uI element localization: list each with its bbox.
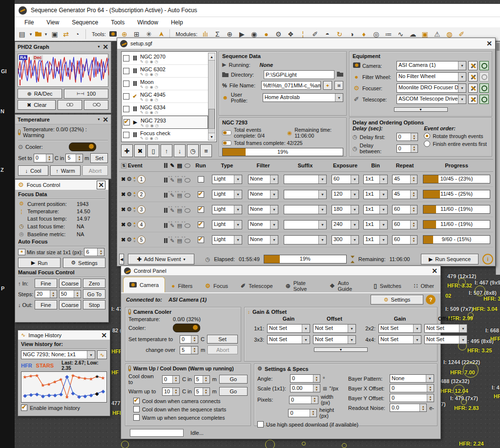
gain-dropdown[interactable]: Not Set▼: [267, 335, 310, 344]
target-schedule-button[interactable]: ◷: [187, 144, 199, 157]
new-sequence-icon[interactable]: ▤: [18, 29, 26, 39]
event-script-icon[interactable]: ✎: [170, 177, 174, 183]
event-settings-icon[interactable]: ⚙: [126, 206, 132, 213]
collapse-left-button[interactable]: ◀: [119, 254, 124, 265]
run-checkbox[interactable]: [198, 222, 204, 228]
repeat-spinner[interactable]: 60▲▼: [392, 205, 417, 214]
target-checkbox[interactable]: [123, 132, 129, 138]
filename-options-button[interactable]: ⊞: [334, 81, 343, 90]
repeat-spinner[interactable]: 45▲▼: [392, 175, 417, 184]
warm-up-spinner[interactable]: 10▲▼: [162, 387, 180, 396]
cooler-temp-spinner[interactable]: 0▲▼: [34, 154, 53, 163]
filter-dropdown[interactable]: None▼: [248, 175, 278, 184]
equipment-settings-icon[interactable]: [468, 83, 478, 93]
calculator-icon[interactable]: ▧: [323, 386, 327, 391]
event-comment-icon[interactable]: [185, 224, 190, 228]
rotate-events-radio[interactable]: [424, 133, 430, 139]
bin-dropdown[interactable]: 1x1▼: [363, 175, 388, 184]
suffix-dropdown[interactable]: ▼: [284, 190, 327, 199]
target-item[interactable]: ▶ NGC 7293 ✎◎◉◷: [122, 116, 208, 129]
move-target-up-button[interactable]: ↑: [161, 144, 172, 157]
type-dropdown[interactable]: Light▼: [212, 205, 242, 214]
phd2-close-icon[interactable]: ✕: [103, 43, 108, 51]
warm-min-spinner[interactable]: 5▲▼: [194, 387, 210, 396]
type-dropdown[interactable]: Light▼: [212, 220, 242, 229]
event-move-icons[interactable]: ▲▼: [133, 236, 136, 243]
tab-telescope[interactable]: ✐Telescope: [234, 279, 279, 292]
delay-first-spinner[interactable]: 0▲▼: [396, 133, 418, 141]
tab-plate-solve[interactable]: ⊕Plate Solve: [279, 279, 323, 292]
camera-tool-icon[interactable]: [109, 31, 117, 37]
cool-go-button[interactable]: Go: [219, 375, 248, 384]
menu-window[interactable]: Window: [137, 19, 158, 26]
camera-settings-button[interactable]: ⚙Settings: [371, 295, 423, 305]
repeat-spinner[interactable]: 45▲▼: [392, 190, 417, 199]
tab-switches[interactable]: ▯Switches: [367, 279, 408, 292]
suffix-dropdown[interactable]: ▼: [284, 175, 327, 184]
cp-cooler-toggle[interactable]: [173, 324, 200, 332]
event-notes-icon[interactable]: ▤: [177, 238, 182, 244]
event-pause-icon[interactable]: [164, 223, 167, 228]
event-script-icon[interactable]: ✎: [170, 207, 174, 214]
in-coarse-button[interactable]: Coarse: [59, 279, 82, 288]
gain-dropdown[interactable]: Not Set▼: [378, 335, 421, 344]
event-pause-icon[interactable]: [164, 193, 167, 198]
cool-button[interactable]: ↓Cool: [18, 165, 48, 176]
pixel-height-spinner[interactable]: 0▲▼: [288, 409, 317, 417]
equipment-settings-icon[interactable]: [468, 72, 478, 81]
repeat-spinner[interactable]: 60▲▼: [392, 235, 417, 244]
event-pause-icon[interactable]: [164, 178, 167, 183]
equipment-power-icon[interactable]: [479, 61, 489, 70]
min-star-spinner[interactable]: 6▲▼: [84, 248, 104, 256]
run-checkbox[interactable]: [198, 206, 204, 213]
repeat-spinner[interactable]: 60▲▼: [392, 220, 417, 229]
suffix-dropdown[interactable]: ▼: [284, 220, 327, 229]
type-dropdown[interactable]: Light▼: [212, 175, 242, 184]
browse-folder-icon[interactable]: [337, 72, 343, 78]
target-checkbox[interactable]: [123, 68, 129, 74]
tab-filters[interactable]: ●Filters: [165, 279, 199, 292]
equipment-expand-button[interactable]: ▼: [394, 107, 448, 112]
suffix-dropdown[interactable]: ▼: [284, 205, 327, 214]
target-item[interactable]: NGC 6334 ✎◎◉◷: [122, 103, 208, 116]
scale-spinner[interactable]: 0.00▲▼: [290, 384, 320, 392]
scroll-thumb[interactable]: [208, 109, 215, 129]
temp-set-button[interactable]: Set: [90, 153, 108, 163]
filter-dropdown[interactable]: None▼: [248, 205, 278, 214]
phd2-scale-button[interactable]: ⊢⊣100: [64, 89, 108, 99]
finish-events-radio[interactable]: [424, 141, 430, 147]
event-notes-icon[interactable]: ▤: [177, 223, 182, 229]
in-fine-button[interactable]: Fine: [35, 279, 57, 288]
exposure-dropdown[interactable]: 240▼: [332, 220, 359, 229]
delete-event-icon[interactable]: ✖: [121, 191, 125, 198]
event-move-icons[interactable]: ▲▼: [133, 221, 136, 228]
goto-button[interactable]: Go To: [83, 289, 105, 299]
warm-go-button[interactable]: Go: [219, 387, 248, 396]
bayer-x-spinner[interactable]: 0▲▼: [390, 384, 434, 392]
warm-button[interactable]: ↑Warm: [50, 165, 81, 176]
bin-dropdown[interactable]: 1x1▼: [363, 190, 388, 199]
warmup-checkbox[interactable]: [133, 406, 140, 412]
filter-dropdown[interactable]: None▼: [248, 190, 278, 199]
tab-camera[interactable]: Camera: [123, 277, 165, 292]
scroll-up-icon[interactable]: ▲: [208, 53, 215, 61]
gain-dropdown[interactable]: Not Set▼: [378, 324, 421, 333]
sequence-info-icon[interactable]: i: [482, 254, 493, 265]
run-sequence-button[interactable]: ▶Run Sequence: [421, 254, 479, 265]
bayer-dropdown[interactable]: None▼: [390, 374, 434, 383]
out-fine-button[interactable]: Fine: [35, 300, 57, 309]
history-target-dropdown[interactable]: NGC 7293; None; 1x1▼: [21, 350, 95, 359]
tab-other[interactable]: ∷Other: [408, 279, 440, 292]
menu-view[interactable]: View: [46, 19, 59, 26]
tab-auto-guide[interactable]: ❖Auto Guide: [323, 279, 367, 292]
event-settings-icon[interactable]: ⚙: [126, 191, 132, 198]
target-checkbox[interactable]: [123, 55, 129, 61]
menu-file[interactable]: File: [24, 19, 34, 26]
menu-tools[interactable]: Tools: [111, 19, 125, 26]
warmup-checkbox[interactable]: [133, 398, 140, 404]
save-sequence-icon[interactable]: ▣: [50, 29, 59, 39]
event-pause-icon[interactable]: [164, 238, 167, 243]
cp-abort-button[interactable]: Abort: [208, 346, 238, 354]
cool-down-spinner[interactable]: 0▲▼: [162, 375, 180, 384]
event-move-icons[interactable]: ▲▼: [133, 191, 136, 198]
